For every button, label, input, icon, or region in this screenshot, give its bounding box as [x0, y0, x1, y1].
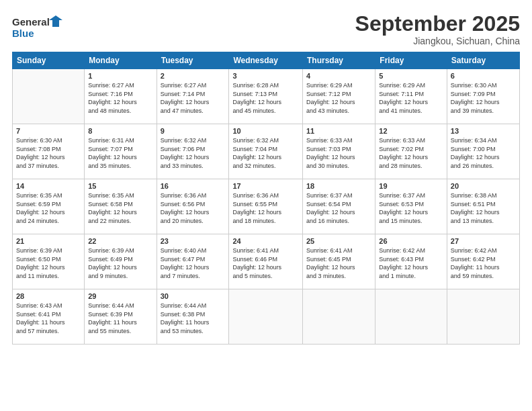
calendar-week-row: 14Sunrise: 6:35 AM Sunset: 6:59 PM Dayli… [13, 179, 520, 234]
day-number: 6 [451, 72, 516, 80]
weekday-header-row: SundayMondayTuesdayWednesdayThursdayFrid… [13, 52, 520, 69]
day-info: Sunrise: 6:27 AM Sunset: 7:16 PM Dayligh… [88, 81, 152, 115]
day-info: Sunrise: 6:37 AM Sunset: 6:53 PM Dayligh… [379, 191, 443, 225]
calendar-cell [375, 289, 447, 345]
day-info: Sunrise: 6:28 AM Sunset: 7:13 PM Dayligh… [232, 81, 299, 115]
calendar-cell: 23Sunrise: 6:40 AM Sunset: 6:47 PM Dayli… [157, 234, 229, 289]
day-number: 11 [306, 127, 371, 135]
day-number: 30 [161, 292, 226, 300]
day-info: Sunrise: 6:42 AM Sunset: 6:42 PM Dayligh… [451, 246, 516, 280]
calendar-cell: 8Sunrise: 6:31 AM Sunset: 7:07 PM Daylig… [85, 124, 157, 179]
day-info: Sunrise: 6:27 AM Sunset: 7:14 PM Dayligh… [161, 81, 226, 115]
day-number: 7 [16, 127, 81, 135]
month-title: September 2025 [355, 12, 520, 36]
day-info: Sunrise: 6:38 AM Sunset: 6:51 PM Dayligh… [451, 191, 516, 225]
calendar-cell: 26Sunrise: 6:42 AM Sunset: 6:43 PM Dayli… [375, 234, 447, 289]
day-info: Sunrise: 6:35 AM Sunset: 6:59 PM Dayligh… [16, 191, 81, 225]
day-info: Sunrise: 6:31 AM Sunset: 7:07 PM Dayligh… [88, 136, 152, 170]
day-info: Sunrise: 6:33 AM Sunset: 7:02 PM Dayligh… [379, 136, 443, 170]
calendar-cell: 3Sunrise: 6:28 AM Sunset: 7:13 PM Daylig… [229, 69, 303, 124]
calendar-cell: 17Sunrise: 6:36 AM Sunset: 6:55 PM Dayli… [229, 179, 303, 234]
day-info: Sunrise: 6:42 AM Sunset: 6:43 PM Dayligh… [379, 246, 443, 280]
calendar-cell: 13Sunrise: 6:34 AM Sunset: 7:00 PM Dayli… [447, 124, 519, 179]
calendar-cell [13, 69, 85, 124]
calendar-cell: 20Sunrise: 6:38 AM Sunset: 6:51 PM Dayli… [447, 179, 519, 234]
day-number: 29 [88, 292, 152, 300]
day-info: Sunrise: 6:30 AM Sunset: 7:09 PM Dayligh… [451, 81, 516, 115]
day-info: Sunrise: 6:44 AM Sunset: 6:39 PM Dayligh… [88, 302, 152, 335]
day-number: 20 [451, 182, 516, 190]
calendar-cell: 29Sunrise: 6:44 AM Sunset: 6:39 PM Dayli… [85, 289, 157, 345]
day-number: 4 [306, 72, 371, 80]
calendar-cell: 28Sunrise: 6:43 AM Sunset: 6:41 PM Dayli… [13, 289, 85, 345]
calendar-cell: 10Sunrise: 6:32 AM Sunset: 7:04 PM Dayli… [229, 124, 303, 179]
calendar-cell: 25Sunrise: 6:41 AM Sunset: 6:45 PM Dayli… [303, 234, 375, 289]
day-number: 18 [306, 182, 371, 190]
day-info: Sunrise: 6:40 AM Sunset: 6:47 PM Dayligh… [161, 246, 226, 280]
day-info: Sunrise: 6:41 AM Sunset: 6:45 PM Dayligh… [306, 246, 371, 280]
calendar-cell: 24Sunrise: 6:41 AM Sunset: 6:46 PM Dayli… [229, 234, 303, 289]
day-info: Sunrise: 6:29 AM Sunset: 7:11 PM Dayligh… [379, 81, 443, 115]
calendar-cell: 6Sunrise: 6:30 AM Sunset: 7:09 PM Daylig… [447, 69, 519, 124]
page-header: General Blue September 2025 Jiangkou, Si… [12, 12, 520, 46]
day-info: Sunrise: 6:43 AM Sunset: 6:41 PM Dayligh… [16, 302, 81, 335]
day-number: 19 [379, 182, 443, 190]
day-info: Sunrise: 6:39 AM Sunset: 6:49 PM Dayligh… [88, 246, 152, 280]
logo: General Blue [12, 12, 66, 46]
day-number: 21 [16, 237, 81, 245]
day-info: Sunrise: 6:44 AM Sunset: 6:38 PM Dayligh… [161, 302, 226, 335]
day-info: Sunrise: 6:39 AM Sunset: 6:50 PM Dayligh… [16, 246, 81, 280]
weekday-header-thursday: Thursday [303, 52, 375, 69]
title-block: September 2025 Jiangkou, Sichuan, China [355, 12, 520, 46]
calendar-cell: 2Sunrise: 6:27 AM Sunset: 7:14 PM Daylig… [157, 69, 229, 124]
day-number: 8 [88, 127, 152, 135]
day-number: 12 [379, 127, 443, 135]
day-info: Sunrise: 6:30 AM Sunset: 7:08 PM Dayligh… [16, 136, 81, 170]
day-number: 26 [379, 237, 443, 245]
day-info: Sunrise: 6:32 AM Sunset: 7:06 PM Dayligh… [161, 136, 226, 170]
day-number: 27 [451, 237, 516, 245]
calendar-cell: 18Sunrise: 6:37 AM Sunset: 6:54 PM Dayli… [303, 179, 375, 234]
day-number: 24 [232, 237, 299, 245]
day-info: Sunrise: 6:34 AM Sunset: 7:00 PM Dayligh… [451, 136, 516, 170]
calendar-cell [229, 289, 303, 345]
day-number: 14 [16, 182, 81, 190]
calendar-cell: 9Sunrise: 6:32 AM Sunset: 7:06 PM Daylig… [157, 124, 229, 179]
day-number: 17 [232, 182, 299, 190]
calendar-cell: 21Sunrise: 6:39 AM Sunset: 6:50 PM Dayli… [13, 234, 85, 289]
day-info: Sunrise: 6:36 AM Sunset: 6:55 PM Dayligh… [232, 191, 299, 225]
day-info: Sunrise: 6:29 AM Sunset: 7:12 PM Dayligh… [306, 81, 371, 115]
calendar-cell: 7Sunrise: 6:30 AM Sunset: 7:08 PM Daylig… [13, 124, 85, 179]
location: Jiangkou, Sichuan, China [355, 36, 520, 46]
calendar-cell: 27Sunrise: 6:42 AM Sunset: 6:42 PM Dayli… [447, 234, 519, 289]
day-number: 28 [16, 292, 81, 300]
day-info: Sunrise: 6:35 AM Sunset: 6:58 PM Dayligh… [88, 191, 152, 225]
day-number: 23 [161, 237, 226, 245]
calendar-cell: 5Sunrise: 6:29 AM Sunset: 7:11 PM Daylig… [375, 69, 447, 124]
day-number: 10 [232, 127, 299, 135]
weekday-header-friday: Friday [375, 52, 447, 69]
calendar-week-row: 21Sunrise: 6:39 AM Sunset: 6:50 PM Dayli… [13, 234, 520, 289]
svg-marker-2 [49, 15, 62, 27]
svg-text:Blue: Blue [12, 28, 34, 39]
calendar-cell [303, 289, 375, 345]
day-number: 22 [88, 237, 152, 245]
calendar-cell: 16Sunrise: 6:36 AM Sunset: 6:56 PM Dayli… [157, 179, 229, 234]
weekday-header-monday: Monday [85, 52, 157, 69]
logo-svg: General Blue [12, 12, 66, 46]
day-number: 9 [161, 127, 226, 135]
calendar-cell: 30Sunrise: 6:44 AM Sunset: 6:38 PM Dayli… [157, 289, 229, 345]
calendar-cell: 1Sunrise: 6:27 AM Sunset: 7:16 PM Daylig… [85, 69, 157, 124]
calendar-cell [447, 289, 519, 345]
day-number: 5 [379, 72, 443, 80]
day-info: Sunrise: 6:37 AM Sunset: 6:54 PM Dayligh… [306, 191, 371, 225]
day-number: 15 [88, 182, 152, 190]
day-info: Sunrise: 6:36 AM Sunset: 6:56 PM Dayligh… [161, 191, 226, 225]
calendar-cell: 19Sunrise: 6:37 AM Sunset: 6:53 PM Dayli… [375, 179, 447, 234]
calendar-cell: 22Sunrise: 6:39 AM Sunset: 6:49 PM Dayli… [85, 234, 157, 289]
calendar-week-row: 7Sunrise: 6:30 AM Sunset: 7:08 PM Daylig… [13, 124, 520, 179]
day-number: 13 [451, 127, 516, 135]
calendar-cell: 12Sunrise: 6:33 AM Sunset: 7:02 PM Dayli… [375, 124, 447, 179]
calendar-cell: 4Sunrise: 6:29 AM Sunset: 7:12 PM Daylig… [303, 69, 375, 124]
calendar-cell: 14Sunrise: 6:35 AM Sunset: 6:59 PM Dayli… [13, 179, 85, 234]
